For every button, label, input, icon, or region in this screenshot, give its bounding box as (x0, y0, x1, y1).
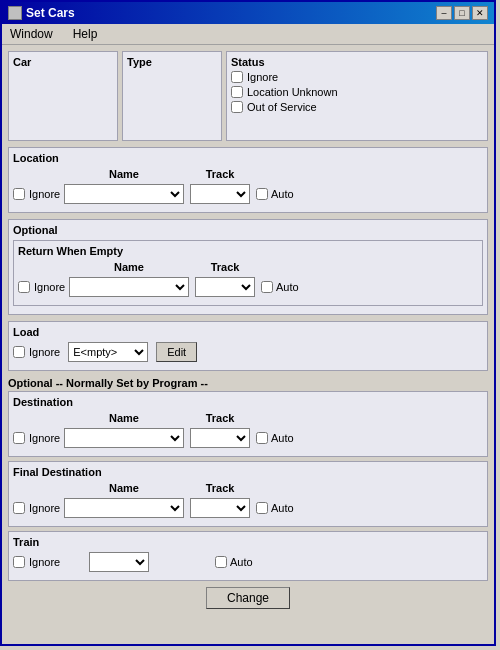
status-ignore-label: Ignore (247, 71, 278, 83)
load-ignore-checkbox[interactable] (13, 346, 25, 358)
train-auto-area: Auto (215, 556, 253, 568)
final-destination-auto-checkbox[interactable] (256, 502, 268, 514)
optional-program-label: Optional -- Normally Set by Program -- (8, 377, 488, 389)
final-destination-field-row: Ignore Auto (13, 498, 483, 518)
destination-name-header: Name (64, 412, 184, 424)
optional-program-area: Optional -- Normally Set by Program -- D… (8, 377, 488, 527)
location-track-header: Track (190, 168, 250, 180)
destination-field-row: Ignore Auto (13, 428, 483, 448)
final-destination-name-header: Name (64, 482, 184, 494)
destination-auto-area: Auto (256, 432, 294, 444)
status-panel: Status Ignore Location Unknown Out of Se… (226, 51, 488, 141)
minimize-button[interactable]: – (436, 6, 452, 20)
final-destination-ignore-checkbox[interactable] (13, 502, 25, 514)
out-of-service-checkbox[interactable] (231, 101, 243, 113)
optional-ignore-label: Ignore (34, 281, 65, 293)
location-track-select[interactable] (190, 184, 250, 204)
destination-title: Destination (13, 396, 483, 408)
train-auto-checkbox[interactable] (215, 556, 227, 568)
destination-track-header: Track (190, 412, 250, 424)
optional-ignore-area: Ignore (18, 278, 63, 296)
title-bar-left: Set Cars (8, 6, 75, 20)
optional-ignore-row: Ignore (18, 281, 63, 293)
optional-auto-checkbox[interactable] (261, 281, 273, 293)
optional-field-row: Ignore Auto (18, 277, 478, 297)
destination-col-headers: Name Track (13, 412, 483, 424)
type-panel: Type (122, 51, 222, 141)
location-ignore-label: Ignore (29, 188, 60, 200)
load-ignore-row: Ignore (13, 346, 60, 358)
status-ignore-checkbox[interactable] (231, 71, 243, 83)
final-destination-ignore-row: Ignore (13, 502, 58, 514)
optional-name-select[interactable] (69, 277, 189, 297)
train-auto-label: Auto (230, 556, 253, 568)
location-section-title: Location (13, 152, 483, 164)
menu-bar: Window Help (2, 24, 494, 45)
out-of-service-row: Out of Service (231, 101, 483, 113)
ignore-row: Ignore (231, 71, 483, 83)
load-value-select[interactable]: E<mpty> (68, 342, 148, 362)
location-field-row: Ignore Auto (13, 184, 483, 204)
destination-ignore-checkbox[interactable] (13, 432, 25, 444)
load-row: Ignore E<mpty> Edit (13, 342, 483, 362)
optional-ignore-checkbox[interactable] (18, 281, 30, 293)
car-panel: Car (8, 51, 118, 141)
car-label: Car (13, 56, 113, 68)
optional-track-header: Track (195, 261, 255, 273)
change-button[interactable]: Change (206, 587, 290, 609)
return-when-empty-title: Return When Empty (18, 245, 478, 257)
load-section-title: Load (13, 326, 483, 338)
window-icon (8, 6, 22, 20)
location-ignore-area: Ignore (13, 185, 58, 203)
destination-track-select[interactable] (190, 428, 250, 448)
location-col-headers: Name Track (13, 168, 483, 180)
final-destination-ignore-label: Ignore (29, 502, 60, 514)
train-section: Train Ignore Auto (8, 531, 488, 581)
location-auto-label: Auto (271, 188, 294, 200)
final-destination-name-select[interactable] (64, 498, 184, 518)
optional-name-header: Name (69, 261, 189, 273)
title-buttons: – □ ✕ (436, 6, 488, 20)
location-unknown-checkbox[interactable] (231, 86, 243, 98)
destination-auto-checkbox[interactable] (256, 432, 268, 444)
location-unknown-row: Location Unknown (231, 86, 483, 98)
location-unknown-label: Location Unknown (247, 86, 338, 98)
content-area: Car Type Status Ignore Location Unknown … (2, 45, 494, 643)
main-window: Set Cars – □ ✕ Window Help Car Type Stat… (0, 0, 496, 646)
location-auto-area: Auto (256, 188, 294, 200)
final-destination-subsection: Final Destination Name Track Ignore (8, 461, 488, 527)
menu-window[interactable]: Window (6, 26, 57, 42)
optional-section-title: Optional (13, 224, 483, 236)
destination-ignore-row: Ignore (13, 432, 58, 444)
final-destination-track-select[interactable] (190, 498, 250, 518)
location-ignore-row: Ignore (13, 188, 58, 200)
destination-subsection: Destination Name Track Ignore (8, 391, 488, 457)
optional-col-headers: Name Track (18, 261, 478, 273)
optional-auto-area: Auto (261, 281, 299, 293)
location-auto-checkbox[interactable] (256, 188, 268, 200)
window-title: Set Cars (26, 6, 75, 20)
destination-name-select[interactable] (64, 428, 184, 448)
location-name-select[interactable] (64, 184, 184, 204)
train-ignore-label: Ignore (29, 556, 60, 568)
optional-track-select[interactable] (195, 277, 255, 297)
restore-button[interactable]: □ (454, 6, 470, 20)
menu-help[interactable]: Help (69, 26, 102, 42)
location-name-header: Name (64, 168, 184, 180)
load-ignore-label: Ignore (29, 346, 60, 358)
train-section-title: Train (13, 536, 483, 548)
final-destination-track-header: Track (190, 482, 250, 494)
train-select[interactable] (89, 552, 149, 572)
train-ignore-checkbox[interactable] (13, 556, 25, 568)
out-of-service-label: Out of Service (247, 101, 317, 113)
close-button[interactable]: ✕ (472, 6, 488, 20)
title-bar: Set Cars – □ ✕ (2, 2, 494, 24)
destination-ignore-area: Ignore (13, 429, 58, 447)
final-destination-auto-area: Auto (256, 502, 294, 514)
train-ignore-row: Ignore (13, 556, 83, 568)
load-edit-button[interactable]: Edit (156, 342, 197, 362)
destination-auto-label: Auto (271, 432, 294, 444)
location-ignore-checkbox[interactable] (13, 188, 25, 200)
return-when-empty-subsection: Return When Empty Name Track Ignore (13, 240, 483, 306)
location-section: Location Name Track Ignore Auto (8, 147, 488, 213)
